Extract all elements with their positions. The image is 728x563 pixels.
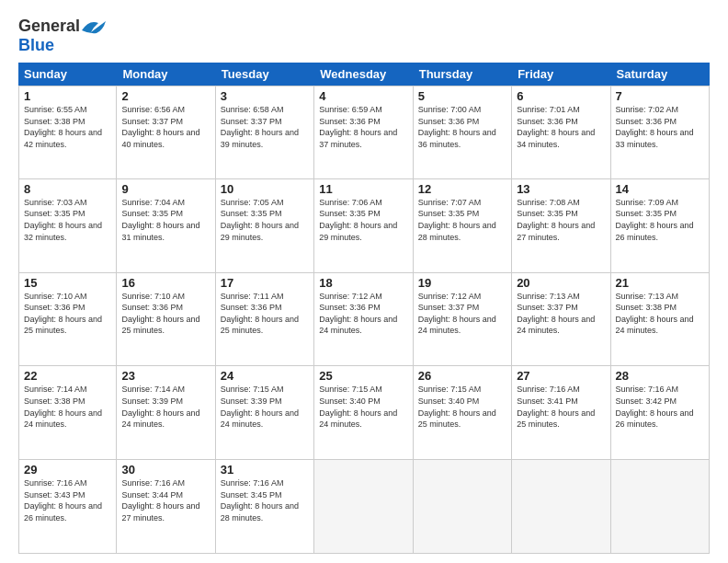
cell-details: Sunrise: 6:56 AMSunset: 3:37 PMDaylight:… [121, 104, 210, 150]
calendar-row-4: 22Sunrise: 7:14 AMSunset: 3:38 PMDayligh… [18, 366, 710, 460]
day-cell-26: 26Sunrise: 7:15 AMSunset: 3:40 PMDayligh… [414, 366, 512, 459]
calendar-body: 1Sunrise: 6:55 AMSunset: 3:38 PMDaylight… [18, 86, 710, 554]
day-cell-7: 7Sunrise: 7:02 AMSunset: 3:36 PMDaylight… [611, 86, 710, 178]
day-cell-28: 28Sunrise: 7:16 AMSunset: 3:42 PMDayligh… [611, 366, 710, 459]
logo: General Blue [18, 17, 108, 55]
day-cell-6: 6Sunrise: 7:01 AMSunset: 3:36 PMDaylight… [512, 86, 610, 178]
day-number: 3 [221, 89, 309, 103]
cell-details: Sunrise: 7:12 AMSunset: 3:36 PMDaylight:… [319, 291, 407, 337]
cell-details: Sunrise: 7:01 AMSunset: 3:36 PMDaylight:… [517, 104, 605, 150]
day-number: 17 [221, 276, 309, 290]
day-cell-1: 1Sunrise: 6:55 AMSunset: 3:38 PMDaylight… [18, 86, 117, 178]
day-cell-15: 15Sunrise: 7:10 AMSunset: 3:36 PMDayligh… [18, 273, 117, 366]
header-day-tuesday: Tuesday [216, 63, 314, 86]
cell-details: Sunrise: 7:15 AMSunset: 3:40 PMDaylight:… [319, 384, 407, 430]
cell-details: Sunrise: 7:13 AMSunset: 3:37 PMDaylight:… [517, 291, 605, 337]
day-number: 7 [616, 89, 704, 103]
cell-details: Sunrise: 7:16 AMSunset: 3:43 PMDaylight:… [24, 477, 111, 523]
day-cell-22: 22Sunrise: 7:14 AMSunset: 3:38 PMDayligh… [18, 366, 117, 459]
day-cell-24: 24Sunrise: 7:15 AMSunset: 3:39 PMDayligh… [216, 366, 314, 459]
cell-details: Sunrise: 7:00 AMSunset: 3:36 PMDaylight:… [418, 104, 506, 150]
day-number: 5 [418, 89, 506, 103]
cell-details: Sunrise: 7:10 AMSunset: 3:36 PMDaylight:… [24, 291, 111, 337]
day-number: 30 [121, 463, 210, 477]
cell-details: Sunrise: 7:10 AMSunset: 3:36 PMDaylight:… [121, 291, 210, 337]
header-day-wednesday: Wednesday [314, 63, 413, 86]
day-number: 10 [221, 182, 309, 196]
cell-details: Sunrise: 7:16 AMSunset: 3:45 PMDaylight:… [221, 477, 309, 523]
cell-details: Sunrise: 6:58 AMSunset: 3:37 PMDaylight:… [221, 104, 309, 150]
logo-general-text: General [18, 17, 80, 36]
cell-details: Sunrise: 7:09 AMSunset: 3:35 PMDaylight:… [616, 197, 704, 243]
day-number: 23 [121, 369, 210, 383]
cell-details: Sunrise: 7:16 AMSunset: 3:44 PMDaylight:… [121, 477, 210, 523]
header-day-saturday: Saturday [611, 63, 710, 86]
header-day-thursday: Thursday [414, 63, 512, 86]
cell-details: Sunrise: 7:07 AMSunset: 3:35 PMDaylight:… [418, 197, 506, 243]
cell-details: Sunrise: 7:08 AMSunset: 3:35 PMDaylight:… [517, 197, 605, 243]
header-day-friday: Friday [512, 63, 610, 86]
cell-details: Sunrise: 7:16 AMSunset: 3:42 PMDaylight:… [616, 384, 704, 430]
cell-details: Sunrise: 7:15 AMSunset: 3:40 PMDaylight:… [418, 384, 506, 430]
day-number: 31 [221, 463, 309, 477]
day-number: 4 [319, 89, 407, 103]
day-number: 20 [517, 276, 605, 290]
cell-details: Sunrise: 7:14 AMSunset: 3:39 PMDaylight:… [121, 384, 210, 430]
day-number: 28 [616, 369, 704, 383]
day-cell-29: 29Sunrise: 7:16 AMSunset: 3:43 PMDayligh… [18, 460, 117, 553]
calendar-row-5: 29Sunrise: 7:16 AMSunset: 3:43 PMDayligh… [18, 460, 710, 554]
calendar-row-2: 8Sunrise: 7:03 AMSunset: 3:35 PMDaylight… [18, 179, 710, 273]
cell-details: Sunrise: 7:14 AMSunset: 3:38 PMDaylight:… [24, 384, 111, 430]
logo-container: General Blue [18, 17, 108, 55]
day-cell-27: 27Sunrise: 7:16 AMSunset: 3:41 PMDayligh… [512, 366, 610, 459]
day-cell-31: 31Sunrise: 7:16 AMSunset: 3:45 PMDayligh… [216, 460, 314, 553]
day-number: 21 [616, 276, 704, 290]
day-number: 25 [319, 369, 407, 383]
cell-details: Sunrise: 7:16 AMSunset: 3:41 PMDaylight:… [517, 384, 605, 430]
day-cell-3: 3Sunrise: 6:58 AMSunset: 3:37 PMDaylight… [216, 86, 314, 178]
cell-details: Sunrise: 7:03 AMSunset: 3:35 PMDaylight:… [24, 197, 111, 243]
cell-details: Sunrise: 7:02 AMSunset: 3:36 PMDaylight:… [616, 104, 704, 150]
day-cell-16: 16Sunrise: 7:10 AMSunset: 3:36 PMDayligh… [117, 273, 215, 366]
day-number: 9 [121, 182, 210, 196]
day-number: 8 [24, 182, 111, 196]
day-number: 26 [418, 369, 506, 383]
page: General Blue SundayMondayTuesdayWednesda… [0, 0, 728, 563]
cell-details: Sunrise: 6:59 AMSunset: 3:36 PMDaylight:… [319, 104, 407, 150]
cell-details: Sunrise: 7:04 AMSunset: 3:35 PMDaylight:… [121, 197, 210, 243]
day-number: 6 [517, 89, 605, 103]
day-number: 13 [517, 182, 605, 196]
day-number: 18 [319, 276, 407, 290]
day-cell-19: 19Sunrise: 7:12 AMSunset: 3:37 PMDayligh… [414, 273, 512, 366]
cell-details: Sunrise: 7:11 AMSunset: 3:36 PMDaylight:… [221, 291, 309, 337]
calendar-row-3: 15Sunrise: 7:10 AMSunset: 3:36 PMDayligh… [18, 273, 710, 367]
day-number: 24 [221, 369, 309, 383]
day-cell-8: 8Sunrise: 7:03 AMSunset: 3:35 PMDaylight… [18, 179, 117, 272]
logo-text-block: General Blue [18, 17, 108, 55]
day-number: 29 [24, 463, 111, 477]
day-cell-21: 21Sunrise: 7:13 AMSunset: 3:38 PMDayligh… [611, 273, 710, 366]
day-number: 19 [418, 276, 506, 290]
empty-cell [314, 460, 413, 553]
day-cell-10: 10Sunrise: 7:05 AMSunset: 3:35 PMDayligh… [216, 179, 314, 272]
day-number: 22 [24, 369, 111, 383]
empty-cell [414, 460, 512, 553]
empty-cell [611, 460, 710, 553]
day-cell-9: 9Sunrise: 7:04 AMSunset: 3:35 PMDaylight… [117, 179, 215, 272]
cell-details: Sunrise: 7:12 AMSunset: 3:37 PMDaylight:… [418, 291, 506, 337]
day-cell-11: 11Sunrise: 7:06 AMSunset: 3:35 PMDayligh… [314, 179, 413, 272]
cell-details: Sunrise: 7:13 AMSunset: 3:38 PMDaylight:… [616, 291, 704, 337]
day-number: 1 [24, 89, 111, 103]
cell-details: Sunrise: 7:15 AMSunset: 3:39 PMDaylight:… [221, 384, 309, 430]
cell-details: Sunrise: 7:05 AMSunset: 3:35 PMDaylight:… [221, 197, 309, 243]
day-number: 11 [319, 182, 407, 196]
header: General Blue [18, 17, 710, 55]
day-cell-20: 20Sunrise: 7:13 AMSunset: 3:37 PMDayligh… [512, 273, 610, 366]
day-number: 14 [616, 182, 704, 196]
header-day-monday: Monday [117, 63, 215, 86]
logo-bird-icon [80, 17, 108, 36]
day-number: 27 [517, 369, 605, 383]
calendar-header: SundayMondayTuesdayWednesdayThursdayFrid… [18, 63, 710, 86]
day-cell-5: 5Sunrise: 7:00 AMSunset: 3:36 PMDaylight… [414, 86, 512, 178]
day-cell-14: 14Sunrise: 7:09 AMSunset: 3:35 PMDayligh… [611, 179, 710, 272]
